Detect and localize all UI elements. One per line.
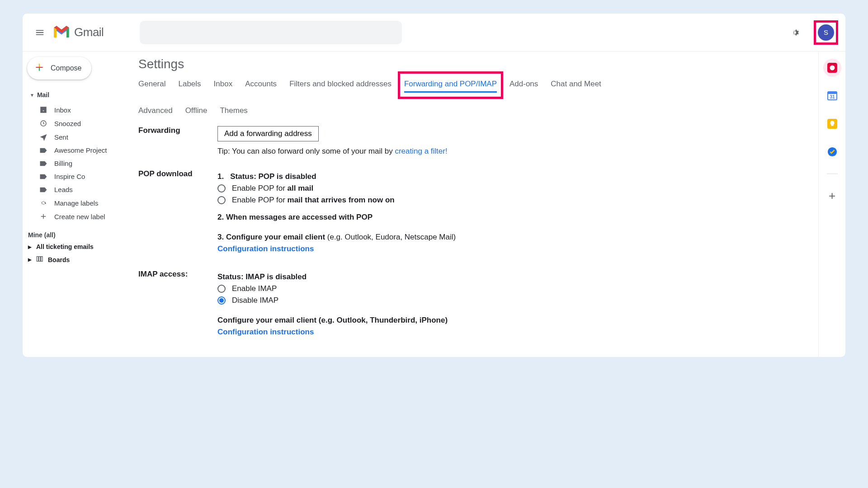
pop-status-value: POP is disabled xyxy=(259,172,316,181)
pop-step3-rest: (e.g. Outlook, Eudora, Netscape Mail) xyxy=(325,233,456,241)
sidebar-item-billing[interactable]: Billing xyxy=(26,157,135,170)
gear-icon xyxy=(39,199,48,207)
search-input[interactable] xyxy=(140,21,402,44)
gear-icon xyxy=(789,27,800,38)
compose-label: Compose xyxy=(51,64,81,72)
sidebar-item-label: Create new label xyxy=(54,213,105,221)
pop-status-prefix: Status: xyxy=(230,172,258,181)
sidebar-item-label: Sent xyxy=(54,133,68,141)
tab-chat-meet[interactable]: Chat and Meet xyxy=(551,75,601,93)
svg-rect-3 xyxy=(41,257,42,262)
radio-checked-icon xyxy=(217,296,226,305)
keep-icon xyxy=(827,119,837,129)
imap-enable-text: Enable IMAP xyxy=(232,284,277,293)
rail-app-keep[interactable] xyxy=(823,115,841,133)
plus-icon: + xyxy=(829,189,835,203)
tab-advanced[interactable]: Advanced xyxy=(138,102,173,118)
imap-status-prefix: Status: xyxy=(217,272,245,281)
label-icon xyxy=(39,147,48,154)
sidebar-item-label: Snoozed xyxy=(54,120,81,127)
label-icon xyxy=(39,187,48,193)
imap-config-instructions-link[interactable]: Configuration instructions xyxy=(217,328,314,337)
svg-rect-1 xyxy=(37,257,38,262)
pop-opt1-text: Enable POP for xyxy=(232,184,288,192)
add-forwarding-address-button[interactable]: Add a forwarding address xyxy=(217,126,319,141)
settings-gear-button[interactable] xyxy=(785,23,805,42)
gmail-app: Gmail S Compose ▼ Mail xyxy=(23,14,845,357)
pop-enable-new-option[interactable]: Enable POP for mail that arrives from no… xyxy=(217,196,807,205)
chevron-down-icon: ▼ xyxy=(30,93,34,98)
tab-accounts[interactable]: Accounts xyxy=(245,75,277,93)
tab-addons[interactable]: Add-ons xyxy=(509,75,538,93)
boards-icon xyxy=(36,256,43,263)
sidebar-item-inbox[interactable]: Inbox xyxy=(26,103,135,117)
sidebar-item-awesome-project[interactable]: Awesome Project xyxy=(26,144,135,157)
compose-button[interactable]: Compose xyxy=(27,57,91,80)
gmail-m-icon xyxy=(52,23,71,42)
sidebar-item-leads[interactable]: Leads xyxy=(26,183,135,196)
tab-forwarding-pop-imap[interactable]: Forwarding and POP/IMAP xyxy=(404,75,497,93)
avatar-letter: S xyxy=(824,28,828,36)
label-icon xyxy=(39,174,48,180)
extension-icon xyxy=(827,63,837,73)
chevron-right-icon: ▶ xyxy=(28,257,32,262)
sidebar-item-sent[interactable]: Sent xyxy=(26,130,135,144)
sidebar-mine-label: Mine (all) xyxy=(26,228,135,240)
sidebar-item-label: Billing xyxy=(54,160,72,167)
svg-rect-7 xyxy=(828,92,837,94)
rail-app-tasks[interactable] xyxy=(823,143,841,161)
send-icon xyxy=(39,133,48,141)
inbox-icon xyxy=(39,106,48,114)
pop-opt2-bold: mail that arrives from now on xyxy=(288,196,395,204)
tab-filters[interactable]: Filters and blocked addresses xyxy=(289,75,392,93)
pop-step-2: 2. When messages are accessed with POP xyxy=(217,213,807,222)
right-side-panel: 31 + xyxy=(818,52,845,357)
imap-enable-option[interactable]: Enable IMAP xyxy=(217,284,807,293)
rail-app-grammarly[interactable] xyxy=(823,59,841,77)
tab-themes[interactable]: Themes xyxy=(220,102,247,118)
rail-add-app-button[interactable]: + xyxy=(823,187,841,205)
sidebar-boards[interactable]: ▶ Boards xyxy=(26,253,135,266)
tab-labels[interactable]: Labels xyxy=(178,75,201,93)
sidebar-item-label: Inbox xyxy=(54,106,71,114)
sidebar-mail-header[interactable]: ▼ Mail xyxy=(26,89,135,100)
gmail-logo[interactable]: Gmail xyxy=(52,23,104,42)
sidebar-item-inspire-co[interactable]: Inspire Co xyxy=(26,170,135,183)
forwarding-section-label: Forwarding xyxy=(138,126,217,156)
main-menu-button[interactable] xyxy=(30,23,50,42)
sidebar-item-snoozed[interactable]: Snoozed xyxy=(26,117,135,130)
svg-point-5 xyxy=(830,66,835,70)
tab-general[interactable]: General xyxy=(138,75,165,93)
pop-step-1: 1. xyxy=(217,172,224,181)
header-bar: Gmail S xyxy=(23,14,845,52)
calendar-icon: 31 xyxy=(827,90,838,101)
plus-icon xyxy=(39,212,48,221)
imap-disable-option[interactable]: Disable IMAP xyxy=(217,296,807,305)
page-title: Settings xyxy=(138,57,807,71)
tasks-icon xyxy=(827,147,837,157)
compose-plus-icon xyxy=(33,61,45,75)
imap-configure-line: Configure your email client (e.g. Outloo… xyxy=(217,316,807,325)
tab-inbox[interactable]: Inbox xyxy=(214,75,233,93)
pop-opt2-text: Enable POP for xyxy=(232,196,288,204)
pop-config-instructions-link[interactable]: Configuration instructions xyxy=(217,244,314,253)
sidebar-item-label: Manage labels xyxy=(54,199,99,207)
imap-status-value: IMAP is disabled xyxy=(245,272,307,281)
sidebar-ticketing-emails[interactable]: ▶ All ticketing emails xyxy=(26,240,135,253)
settings-panel: Settings General Labels Inbox Accounts F… xyxy=(138,52,818,357)
sidebar-item-create-label[interactable]: Create new label xyxy=(26,210,135,223)
pop-enable-all-option[interactable]: Enable POP for all mail xyxy=(217,184,807,193)
tab-offline[interactable]: Offline xyxy=(185,102,208,118)
radio-icon xyxy=(217,285,226,293)
creating-filter-link[interactable]: creating a filter! xyxy=(395,147,447,155)
account-avatar[interactable]: S xyxy=(818,24,834,41)
rail-app-calendar[interactable]: 31 xyxy=(823,87,841,105)
pop-section-label: POP download xyxy=(138,169,217,256)
pop-opt1-bold: all mail xyxy=(288,184,314,192)
sidebar-mail-label: Mail xyxy=(37,91,49,99)
sidebar-item-manage-labels[interactable]: Manage labels xyxy=(26,196,135,210)
pop-step-3: 3. Configure your email client (e.g. Out… xyxy=(217,233,807,242)
imap-section-label: IMAP access: xyxy=(138,270,217,339)
pop-status-line: 1. Status: POP is disabled xyxy=(217,172,807,181)
rail-divider xyxy=(827,174,838,174)
